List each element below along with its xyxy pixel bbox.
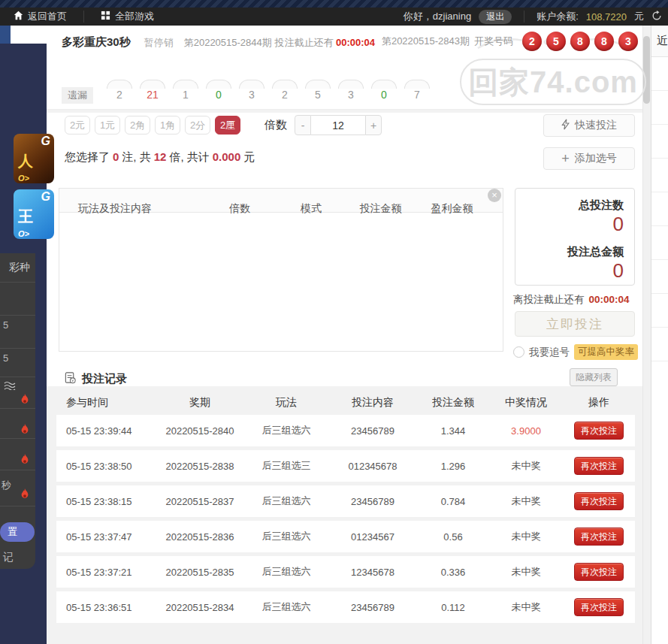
hide-list-button[interactable]: 隐藏列表 [570,368,618,386]
banner-cta: O> [18,229,29,238]
record-row: 05-15 23:36:5120220515-2834后三组选六23456789… [56,591,635,623]
multiplier-label: 倍数 [264,118,287,132]
rebet-button[interactable]: 再次投注 [574,528,624,546]
omission-value: 0 [207,89,230,101]
all-games-link[interactable]: 全部游戏 [101,10,154,23]
records-title-row: 投注记录 [64,371,127,386]
topbar-right: 你好，dzjianing 退出 账户余额: 108.7220 元 [404,10,668,24]
countdown-timer: 00:00:04 [336,37,375,48]
record-result: 3.9000 [489,425,563,437]
menu-item-active[interactable]: 置 [0,522,35,542]
denomination-button[interactable]: 1元 [95,116,120,135]
clipped-ball-top [173,80,198,89]
omission-value: 21 [141,89,164,101]
banner-text: 人 [18,151,33,171]
slip-column-header: 模式 [277,202,345,216]
record-operation-cell: 再次投注 [563,528,635,546]
records-column-header: 玩法 [244,396,328,410]
clipped-ball-top [338,80,364,89]
record-time: 05-15 23:36:51 [56,602,156,613]
menu-item-fragment[interactable]: 5 [3,352,8,364]
total-amount-value: 0 [515,259,624,282]
rebet-button[interactable]: 再次投注 [574,492,624,510]
banner-letter: G [41,190,50,204]
denomination-button[interactable]: 2元 [65,116,90,135]
main-content: 多彩重庆30秒 暂停销 第20220515-2844期 投注截止还有 00:00… [47,26,642,644]
denomination-button[interactable]: 2厘 [215,116,240,135]
chase-row: 我要追号 可提高中奖率 [513,344,638,360]
multiplier-minus-button[interactable]: - [295,115,311,135]
deadline-label: 离投注截止还有 [513,294,585,305]
menu-item-fragment[interactable]: 秒 [2,479,11,492]
deadline-label: 投注截止还有 [274,37,333,48]
recent-draws-rows [651,57,668,380]
all-games-label: 全部游戏 [115,10,154,23]
record-issue: 20220515-2836 [156,531,244,543]
record-time: 05-15 23:39:44 [56,425,156,437]
promo-banner-game[interactable]: G 人 O> [14,134,54,183]
menu-item-fragment[interactable]: 5 [3,319,8,331]
user-greeting: 你好，dzjianing [404,10,471,23]
rebet-button[interactable]: 再次投注 [574,457,624,475]
quick-bet-button[interactable]: 快速投注 [543,114,635,137]
logout-button[interactable]: 退出 [479,10,512,24]
slip-column-header: 倍数 [202,202,277,216]
draw-header-row: 多彩重庆30秒 暂停销 第20220515-2844期 投注截止还有 00:00… [62,35,375,50]
balance-value: 108.7220 [586,11,627,23]
quick-bet-label: 快速投注 [575,119,617,132]
rebet-button[interactable]: 再次投注 [574,598,624,616]
clipped-ball-top [239,80,264,89]
record-result: 未中奖 [489,459,563,473]
denomination-button[interactable]: 1角 [155,116,180,135]
refresh-balance-icon[interactable] [651,11,662,23]
home-link[interactable]: 返回首页 [14,10,67,23]
chase-badge: 可提高中奖率 [574,344,638,360]
denomination-button[interactable]: 2分 [185,116,210,135]
bet-slip-table: × 玩法及投注内容倍数模式投注金额盈利金额 [59,188,503,352]
scrollbar-track[interactable] [642,26,651,644]
home-icon [14,11,23,23]
record-amount: 0.336 [417,567,489,578]
add-selection-label: 添加选号 [575,152,617,165]
omission-value: 5 [307,89,329,101]
denomination-button[interactable]: 2角 [125,116,150,135]
records-table-header: 参与时间奖期玩法投注内容投注金额中奖情况操作 [56,391,635,415]
records-column-header: 中奖情况 [489,396,563,410]
slip-column-header: 玩法及投注内容 [59,202,202,216]
menu-item-fragment[interactable]: 记 [3,551,14,564]
record-issue: 20220515-2835 [156,567,244,578]
rebet-button[interactable]: 再次投注 [574,563,624,581]
bet-now-button[interactable]: 立即投注 [515,311,635,337]
records-column-header: 参与时间 [56,396,156,410]
balance-unit: 元 [634,10,644,23]
menu-divider [0,438,35,439]
recent-draws-rail: 近 [651,26,668,644]
record-play-type: 后三组选六 [244,424,328,437]
recent-draws-tab[interactable]: 近 [651,26,668,57]
record-time: 05-15 23:38:50 [56,461,156,472]
menu-divider [0,282,35,283]
close-icon[interactable]: × [488,189,501,202]
topbar-left: 返回首页 全部游戏 [0,10,154,23]
omission-value: 2 [274,89,296,101]
menu-divider [0,315,35,316]
add-selection-button[interactable]: + 添加选号 [543,147,635,170]
rebet-button[interactable]: 再次投注 [574,422,624,440]
record-result: 未中奖 [489,565,563,579]
wave-icon[interactable] [4,381,16,392]
record-operation-cell: 再次投注 [563,422,635,440]
clipped-ball-top [404,80,430,89]
record-bet-content: 01234567 [328,531,417,543]
multiplier-plus-button[interactable]: + [365,115,382,135]
promo-banner-fishing[interactable]: G 王 O> [14,189,54,239]
summary-text: 您选择了 [65,150,110,163]
scrollbar-thumb[interactable] [643,36,650,104]
result-ball: 3 [618,32,638,51]
grid-icon [101,11,110,23]
record-result: 未中奖 [489,600,563,614]
multiplier-input[interactable] [311,115,365,135]
total-bets-label: 总投注数 [515,198,624,213]
lottery-name: 多彩重庆30秒 [62,35,131,50]
flame-icon [20,393,30,408]
chase-radio[interactable] [513,346,524,358]
